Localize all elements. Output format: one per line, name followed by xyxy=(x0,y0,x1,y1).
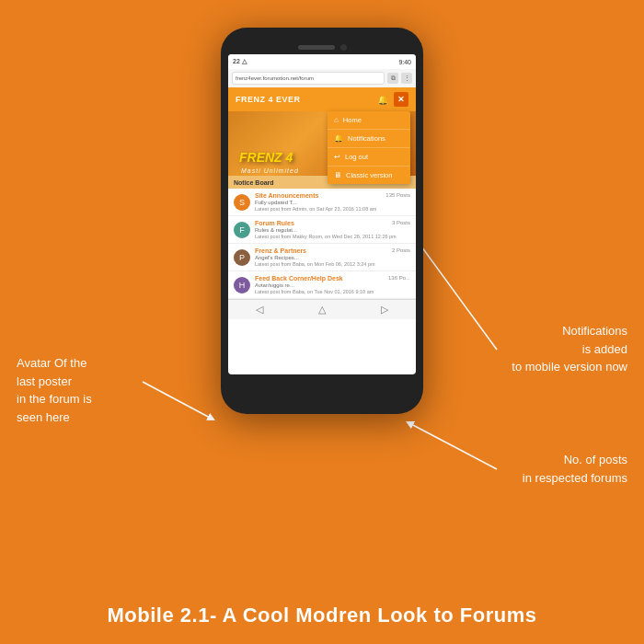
bottom-title: Mobile 2.1- A Cool Modren Look to Forums xyxy=(0,604,644,627)
forum-avatar: F xyxy=(234,222,250,238)
menu-label-home: Home xyxy=(343,116,362,124)
status-left: 22 △ xyxy=(233,58,247,65)
phone-top-bar xyxy=(228,44,416,51)
logout-icon: ↩ xyxy=(334,153,340,161)
menu-item-logout[interactable]: ↩ Log out xyxy=(328,148,410,167)
forum-item-content: Feed Back Corner/Help Desk 136 Po... Avt… xyxy=(255,275,410,294)
forum-item-posts: 3 Posts xyxy=(392,220,410,225)
forum-header-icons: 🔔 ✕ xyxy=(377,92,408,107)
forum-item-header: Frenz & Partners 2 Posts xyxy=(255,247,410,254)
forum-avatar: H xyxy=(234,277,250,293)
annotation-right-top: Notifications is added to mobile version… xyxy=(512,322,627,376)
forum-item[interactable]: S Site Announcements 135 Posts Fully upd… xyxy=(228,189,416,216)
bottom-nav: ◁ △ ▷ xyxy=(228,299,416,319)
forum-item-posts: 2 Posts xyxy=(392,247,410,253)
forum-item-latest: Latest post from Baba, on Mon Feb 06, 20… xyxy=(255,261,410,267)
forum-item-name: Site Announcements xyxy=(255,192,318,199)
menu-item-classic[interactable]: 🖥 Classic version xyxy=(328,167,410,184)
phone-camera xyxy=(340,44,347,51)
forum-item-header: Feed Back Corner/Help Desk 136 Po... xyxy=(255,275,410,282)
phone-speaker xyxy=(298,45,335,50)
forum-item[interactable]: F Forum Rules 3 Posts Rules & regulat...… xyxy=(228,216,416,244)
forum-item-posts: 136 Po... xyxy=(388,275,410,281)
forum-item-desc: Avtar/siggis re... xyxy=(255,282,410,288)
back-button[interactable]: ◁ xyxy=(256,304,263,316)
browser-bar: frenz4ever.forumotion.net/forum ⧉ ⋮ xyxy=(228,69,416,87)
annotation-left: Avatar Of the last poster in the forum i… xyxy=(17,354,92,426)
forum-item-content: Forum Rules 3 Posts Rules & regulat... L… xyxy=(255,220,410,239)
dropdown-menu: ⌂ Home 🔔 Notifications ↩ Log out 🖥 Class… xyxy=(328,111,410,184)
forum-item-desc: Angel's Recipes... xyxy=(255,255,410,260)
forum-item-content: Frenz & Partners 2 Posts Angel's Recipes… xyxy=(255,247,410,267)
forum-item-latest: Latest post from Baba, on Tue Nov 01, 20… xyxy=(255,289,410,294)
recent-button[interactable]: ▷ xyxy=(381,304,388,316)
banner-title: FRENZ 4 xyxy=(239,150,293,165)
home-button[interactable]: △ xyxy=(318,304,326,316)
forum-header: FRENZ 4 EVER 🔔 ✕ ⌂ Home 🔔 Notifications … xyxy=(228,87,416,111)
status-bar: 22 △ 9:40 xyxy=(228,54,416,69)
forum-avatar: S xyxy=(234,194,250,211)
status-time: 9:40 xyxy=(398,59,411,65)
forum-item-latest: Latest post from Admin, on Sat Apr 23, 2… xyxy=(255,206,410,212)
menu-label-logout: Log out xyxy=(345,153,368,161)
forum-item[interactable]: P Frenz & Partners 2 Posts Angel's Recip… xyxy=(228,244,416,271)
forum-item[interactable]: H Feed Back Corner/Help Desk 136 Po... A… xyxy=(228,271,416,299)
forum-item-desc: Rules & regulat... xyxy=(255,227,410,233)
forum-item-desc: Fully updated T... xyxy=(255,200,410,205)
notification-icon: 🔔 xyxy=(334,134,343,143)
phone-shell: 22 △ 9:40 frenz4ever.forumotion.net/foru… xyxy=(221,28,423,414)
bell-icon[interactable]: 🔔 xyxy=(377,95,388,105)
phone-screen: 22 △ 9:40 frenz4ever.forumotion.net/foru… xyxy=(228,54,416,374)
forum-title: FRENZ 4 EVER xyxy=(236,95,301,104)
forum-item-name: Forum Rules xyxy=(255,220,294,226)
tab-icon[interactable]: ⧉ xyxy=(387,73,398,84)
forum-item-header: Site Announcements 135 Posts xyxy=(255,192,410,199)
annotation-right-bottom: No. of posts in respected forums xyxy=(523,451,627,487)
forum-item-latest: Latest post from Makky Room, on Wed Dec … xyxy=(255,234,410,239)
banner-subtitle: Masti Unlimited xyxy=(241,167,299,174)
menu-item-notifications[interactable]: 🔔 Notifications xyxy=(328,130,410,148)
forum-item-name: Frenz & Partners xyxy=(255,247,306,254)
menu-icon[interactable]: ⋮ xyxy=(401,73,412,84)
forum-item-name: Feed Back Corner/Help Desk xyxy=(255,275,343,282)
svg-line-0 xyxy=(143,382,212,419)
forum-item-content: Site Announcements 135 Posts Fully updat… xyxy=(255,192,410,212)
browser-url[interactable]: frenz4ever.forumotion.net/forum xyxy=(232,72,385,85)
close-menu-button[interactable]: ✕ xyxy=(394,92,408,107)
forum-avatar: P xyxy=(234,249,250,266)
menu-item-home[interactable]: ⌂ Home xyxy=(328,111,410,130)
home-icon: ⌂ xyxy=(334,116,339,124)
forum-item-header: Forum Rules 3 Posts xyxy=(255,220,410,226)
forum-item-posts: 135 Posts xyxy=(385,192,410,198)
menu-label-notifications: Notifications xyxy=(348,134,385,143)
classic-icon: 🖥 xyxy=(334,171,341,179)
forum-list: S Site Announcements 135 Posts Fully upd… xyxy=(228,189,416,299)
svg-line-2 xyxy=(409,423,497,469)
menu-label-classic: Classic version xyxy=(346,171,392,179)
